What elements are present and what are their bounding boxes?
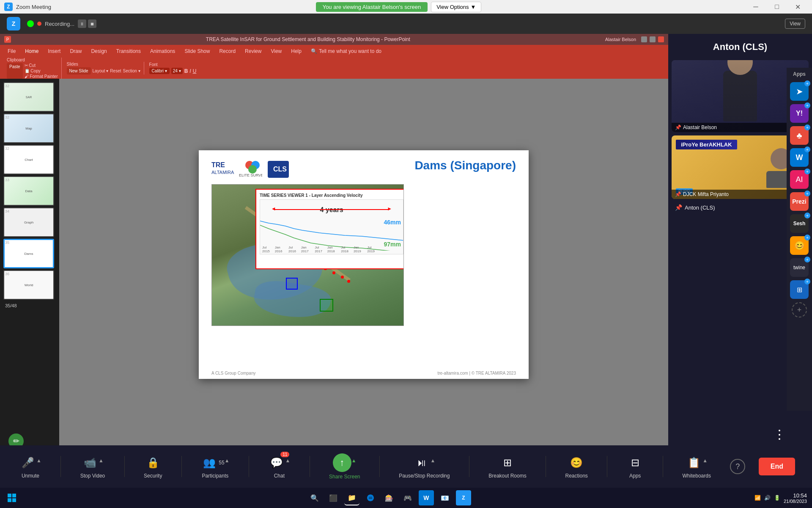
unmute-group[interactable]: 🎤 ▲ Unmute	[17, 454, 44, 479]
share-screen-group[interactable]: ↑ ▲ Share Screen	[326, 453, 362, 480]
maximize-button[interactable]: □	[767, 0, 787, 14]
slide-thumb-33[interactable]: 33 Data	[3, 176, 54, 206]
slide-buttons: New Slide Layout ▾ Reset Section ▾	[67, 67, 140, 75]
ppt-tab-help[interactable]: Help	[287, 47, 306, 56]
taskbar-steam[interactable]: 🎮	[400, 490, 415, 505]
font-select[interactable]: Calibri ▾	[149, 68, 170, 74]
share-screen-caret[interactable]: ▲	[351, 458, 357, 468]
chat-group[interactable]: 💬 11 ▲ Chat	[266, 454, 293, 479]
reactions-group[interactable]: 😊 Reactions	[562, 454, 590, 479]
whiteboards-caret[interactable]: ▲	[702, 458, 708, 468]
ppt-tab-insert[interactable]: Insert	[44, 47, 65, 56]
ppt-title: TREA Satellite InSAR for Ground Settleme…	[13, 36, 604, 42]
ppt-tab-draw[interactable]: Draw	[66, 47, 86, 56]
taskbar-mail[interactable]: 📧	[437, 490, 453, 505]
chat-caret[interactable]: ▲	[285, 458, 290, 468]
pause-rec-button[interactable]: ⏸	[78, 19, 86, 28]
view-button[interactable]: View	[785, 19, 805, 29]
participants-caret[interactable]: ▲	[225, 458, 230, 468]
ppt-tab-animations[interactable]: Animations	[146, 47, 179, 56]
ppt-maximize[interactable]	[650, 36, 656, 42]
slide-content: SAR	[4, 83, 53, 111]
security-group[interactable]: 🔒 Security	[141, 454, 165, 479]
italic-btn[interactable]: I	[189, 68, 191, 74]
add-app-button[interactable]: +	[792, 302, 807, 318]
app-icon-ai[interactable]: AI +	[790, 170, 809, 189]
slide-thumb-32b[interactable]: 32 Map	[3, 113, 54, 143]
taskbar-word[interactable]: W	[419, 490, 434, 505]
w-icon: W	[796, 153, 803, 162]
app-icon-emoji[interactable]: 😊 +	[790, 236, 809, 255]
section-btn[interactable]: Section ▾	[123, 69, 140, 73]
stop-video-caret[interactable]: ▲	[99, 458, 104, 468]
slide-panel[interactable]: 32 SAR 32 Map 32 Chart	[0, 79, 59, 450]
app-icon-grid[interactable]: ⊞ +	[790, 280, 809, 299]
ppt-close[interactable]	[658, 36, 664, 42]
ppt-tab-file[interactable]: File	[3, 47, 20, 56]
system-clock[interactable]: 10:54 21/08/2023	[784, 492, 807, 504]
ppt-tab-tell-me[interactable]: 🔍 Tell me what you want to do	[307, 47, 386, 56]
app-icon-sesh[interactable]: Sesh +	[790, 214, 809, 233]
copy-btn[interactable]: 📋 Copy	[25, 69, 58, 73]
close-button[interactable]: ✕	[788, 0, 808, 14]
ppt-tab-transitions[interactable]: Transitions	[112, 47, 145, 56]
slide-thumb-32a[interactable]: 32 SAR	[3, 82, 54, 112]
breakout-rooms-group[interactable]: ⊞ Breakout Rooms	[486, 454, 529, 479]
apps-group[interactable]: ⊟ Apps	[624, 454, 646, 479]
stop-rec-button[interactable]: ⏹	[88, 19, 96, 28]
club-icon: ♣	[796, 131, 802, 141]
app-icon-twine[interactable]: twine +	[790, 258, 809, 277]
taskbar-game[interactable]: 🎰	[381, 490, 397, 505]
sep6	[379, 456, 380, 477]
windows-logo	[8, 494, 16, 502]
bold-btn[interactable]: B	[184, 68, 188, 74]
app-icon-yahoo[interactable]: Y! +	[790, 104, 809, 123]
slide-thumb-32c[interactable]: 32 Chart	[3, 145, 54, 174]
paste-btn[interactable]: Paste	[7, 63, 23, 79]
three-dots-menu[interactable]	[779, 429, 780, 440]
whiteboards-group[interactable]: 📋 ▲ Whiteboards	[680, 454, 713, 479]
participants-group[interactable]: 👥 55 ▲ Participants	[198, 454, 232, 479]
ppt-tab-design[interactable]: Design	[87, 47, 111, 56]
size-select[interactable]: 24 ▾	[171, 68, 183, 74]
format-painter-btn[interactable]: 🖌 Format Painter	[25, 74, 58, 79]
taskbar-search[interactable]: 🔍	[307, 490, 322, 505]
pause-recording-group[interactable]: ⏯ ▲ Pause/Stop Recording	[396, 454, 452, 479]
slide-thumb-34[interactable]: 34 Graph	[3, 207, 54, 237]
taskbar-explorer[interactable]: 📁	[344, 490, 359, 505]
ppt-tab-review[interactable]: Review	[241, 47, 266, 56]
stop-video-group[interactable]: 📹 ▲ Stop Video	[78, 454, 108, 479]
reset-btn[interactable]: Reset	[110, 69, 121, 73]
app-icon-blue[interactable]: ➤ +	[790, 82, 809, 101]
main-layout: P TREA Satellite InSAR for Ground Settle…	[0, 34, 812, 459]
pause-recording-caret[interactable]: ▲	[430, 458, 435, 468]
new-slide-btn[interactable]: New Slide	[67, 67, 91, 75]
ppt-minimize[interactable]	[641, 36, 647, 42]
pin-icon: 📌	[675, 124, 681, 130]
cut-btn[interactable]: ✂ Cut	[25, 63, 58, 68]
minimize-button[interactable]: ─	[746, 0, 765, 14]
ppt-tab-view[interactable]: View	[266, 47, 286, 56]
ppt-tab-home[interactable]: Home	[21, 47, 43, 56]
taskbar-edge[interactable]	[363, 490, 378, 505]
ppt-tab-slideshow[interactable]: Slide Show	[180, 47, 214, 56]
underline-btn[interactable]: U	[193, 68, 197, 74]
app-plus-badge: +	[804, 124, 810, 130]
view-options-button[interactable]: View Options ▼	[431, 2, 481, 12]
view-options-label: View Options	[436, 4, 469, 10]
app-icon-prezi[interactable]: Prezi +	[790, 192, 809, 211]
app-icon-red[interactable]: ♣ +	[790, 126, 809, 145]
recording-status: Recording... ⏸ ⏹	[27, 19, 96, 28]
start-button[interactable]	[3, 489, 20, 506]
unmute-caret[interactable]: ▲	[36, 458, 41, 468]
app-icon-word[interactable]: W +	[790, 148, 809, 167]
end-button[interactable]: End	[759, 458, 795, 475]
question-button[interactable]: ?	[730, 459, 745, 474]
ppt-tab-record[interactable]: Record	[215, 47, 240, 56]
taskbar-zoom[interactable]: Z	[456, 490, 471, 505]
slide-thumb-35[interactable]: 35 Dams	[3, 239, 54, 268]
title-bar-center: You are viewing Alastair Belson's screen…	[316, 2, 482, 12]
layout-btn[interactable]: Layout ▾	[93, 69, 109, 73]
taskbar-taskview[interactable]: ⬛	[326, 490, 341, 505]
slide-thumb-36[interactable]: 36 World	[3, 270, 54, 300]
